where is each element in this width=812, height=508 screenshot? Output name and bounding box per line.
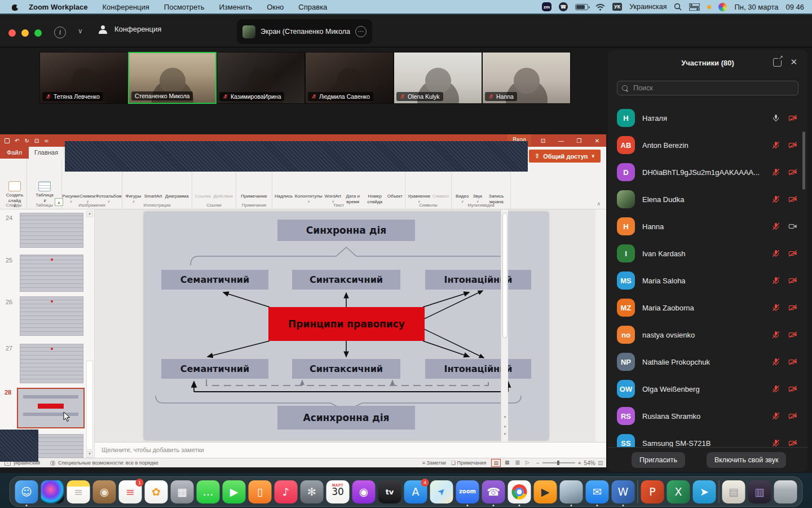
menu-window[interactable]: Окно: [267, 3, 284, 11]
dock-icon-music[interactable]: ♪: [275, 480, 298, 503]
diagram-box-intonational-bottom[interactable]: Інтонаційний: [425, 359, 531, 379]
menu-bar-date[interactable]: Пн, 30 марта: [734, 3, 778, 11]
menu-view[interactable]: Посмотреть: [164, 3, 205, 11]
notes-toggle[interactable]: ≡ Заметки: [422, 460, 446, 466]
slideshow-icon[interactable]: ⊡: [34, 138, 39, 144]
participants-list[interactable]: H Наталя: [608, 104, 807, 447]
participant-row[interactable]: D DH0iaBhTL9gJSu2m1gAAKAAAA...: [608, 159, 807, 186]
dock-icon-app-store[interactable]: A 4: [404, 480, 427, 503]
menu-app-name[interactable]: Zoom Workplace: [29, 3, 88, 11]
dock-separator[interactable]: [638, 480, 638, 503]
dock-icon-notes[interactable]: ≡: [67, 480, 90, 503]
spotlight-search-icon[interactable]: [674, 3, 682, 11]
dock-icon-telegram[interactable]: ➤: [693, 480, 716, 503]
dock-icon-viber[interactable]: ☎: [482, 480, 505, 503]
fullscreen-window-button[interactable]: [34, 29, 42, 37]
diagram-box-asynchronous[interactable]: Асинхронна дія: [277, 406, 415, 430]
slide-vertical-scrollbar[interactable]: ▾ ▴ ▾: [501, 209, 508, 442]
dock-icon-launchpad[interactable]: ▦: [171, 480, 194, 503]
slide-thumbnail-selected[interactable]: [17, 388, 85, 428]
dock-icon-media-player[interactable]: ▶: [534, 480, 557, 503]
dock-icon-mail[interactable]: ✉: [586, 480, 609, 503]
video-tile[interactable]: Olena Kulyk: [394, 52, 482, 104]
normal-view-button[interactable]: ▤: [491, 459, 501, 467]
tab-conference[interactable]: Конференция: [99, 25, 161, 33]
slide-sorter-view-button[interactable]: ▦: [503, 459, 511, 467]
thumbnails-scrollbar[interactable]: [86, 361, 93, 450]
diagram-box-semantic-top[interactable]: Семантичний: [161, 270, 268, 290]
zoom-slider-thumb[interactable]: [557, 461, 559, 465]
quick-access-toolbar[interactable]: ↶ ↻ ⊡ ≂: [5, 138, 49, 144]
thumbnails-scroll-down[interactable]: ▾: [86, 451, 93, 458]
tab-shared-screen[interactable]: Экран (Степаненко Микола) ⋯: [237, 19, 372, 44]
chart-button[interactable]: Диаграмма: [165, 194, 189, 199]
video-tile[interactable]: Hanna: [482, 52, 571, 104]
diagram-box-semantic-bottom[interactable]: Семантичний: [161, 359, 268, 379]
dock-icon-zoom[interactable]: zoom: [456, 480, 479, 503]
search-input[interactable]: [632, 84, 793, 93]
slide-thumbnail[interactable]: [20, 213, 83, 248]
popout-panel-icon[interactable]: [773, 58, 782, 67]
close-panel-icon[interactable]: ✕: [790, 57, 797, 67]
slideshow-view-button[interactable]: ▷: [524, 459, 531, 467]
minimize-window-button[interactable]: [21, 29, 29, 37]
input-source-icon[interactable]: УК: [612, 3, 622, 11]
tab-home[interactable]: Главная: [29, 147, 64, 159]
dock-icon-podcasts[interactable]: ◉: [352, 480, 376, 503]
dock-minimized-window[interactable]: ▥: [748, 480, 771, 503]
participant-row[interactable]: NP Nathalie Prokopchuk: [608, 348, 807, 375]
video-tile[interactable]: Степаненко Микола: [128, 52, 217, 104]
dock-icon-siri[interactable]: [41, 480, 64, 503]
participant-row[interactable]: I Ivan Kardash: [608, 240, 807, 267]
diagram-box-syntactic-top[interactable]: Синтаксичний: [292, 270, 400, 290]
invite-button[interactable]: Пригласить: [632, 452, 685, 468]
viber-status-icon[interactable]: ☎: [559, 2, 568, 11]
chevron-down-icon[interactable]: ∨: [78, 27, 83, 35]
tab-file[interactable]: Файл: [0, 147, 29, 159]
dock-icon-excel[interactable]: X: [667, 480, 690, 503]
previous-slide-icon[interactable]: ▴: [501, 424, 509, 428]
control-center-icon[interactable]: [689, 3, 700, 11]
collapse-ribbon-icon[interactable]: ∧: [597, 201, 601, 207]
close-window-button[interactable]: [8, 29, 16, 37]
more-options-icon[interactable]: ⋯: [355, 26, 367, 37]
smartart-button[interactable]: SmartArt: [144, 194, 162, 199]
ribbon-options-icon[interactable]: ⊡: [534, 138, 552, 144]
user-switcher-icon[interactable]: [718, 3, 727, 11]
zoom-in-icon[interactable]: +: [578, 460, 581, 466]
dock-icon-chrome[interactable]: [508, 480, 531, 503]
participant-row[interactable]: OW Olga Weißenberg: [608, 375, 807, 402]
dock-icon-reminders[interactable]: ≡ 1: [119, 480, 142, 503]
video-tile[interactable]: КазимироваИрина: [217, 52, 305, 104]
dock-icon-calendar[interactable]: МАРТ 30: [326, 480, 350, 503]
table-button[interactable]: Таблица∨: [33, 181, 56, 203]
participant-row[interactable]: H Hanna: [608, 213, 807, 240]
participants-search[interactable]: [617, 81, 798, 95]
diagram-box-synchronous[interactable]: Синхронна дія: [277, 220, 415, 241]
participant-row[interactable]: H Наталя: [608, 104, 807, 132]
slide-thumbnail[interactable]: [20, 344, 83, 383]
participant-row[interactable]: Elena Dudka: [608, 186, 807, 213]
meeting-info-icon[interactable]: i: [54, 27, 66, 38]
dock-icon-photos[interactable]: ✿: [145, 480, 168, 503]
menu-edit[interactable]: Изменить: [219, 3, 252, 11]
customize-toolbar-icon[interactable]: ≂: [44, 138, 48, 144]
thumbnails-scroll-up[interactable]: ▴: [86, 211, 93, 217]
undo-icon[interactable]: ↶: [15, 138, 19, 144]
participant-row[interactable]: MZ Maria Zaoborna: [608, 294, 807, 321]
dock-icon-messages[interactable]: …: [197, 480, 220, 503]
scroll-down-icon[interactable]: ▾: [501, 415, 509, 419]
dock-icon-apple-tv[interactable]: tv: [378, 480, 401, 503]
save-icon[interactable]: [5, 138, 10, 143]
zoom-slider-track[interactable]: [542, 462, 575, 463]
zoom-out-icon[interactable]: −: [536, 460, 540, 466]
menu-bar-time[interactable]: 09 46: [785, 3, 804, 11]
comments-toggle[interactable]: ❏ Примечания: [451, 460, 487, 466]
dock-icon-settings[interactable]: ✻: [301, 480, 324, 503]
diagram-box-syntactic-bottom[interactable]: Синтаксичний: [292, 359, 400, 379]
dock-separator[interactable]: [719, 480, 720, 503]
scrollbar-thumb[interactable]: [502, 213, 508, 338]
redo-icon[interactable]: ↻: [24, 138, 29, 144]
diagram-box-center[interactable]: Принципи правопису: [268, 307, 425, 341]
dock-icon-trash[interactable]: [774, 480, 797, 503]
